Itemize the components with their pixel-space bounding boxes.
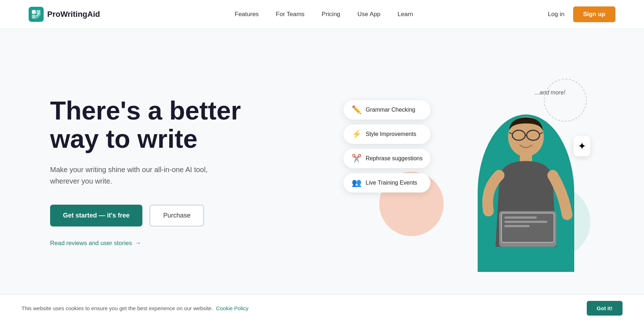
purchase-button[interactable]: Purchase <box>150 205 204 226</box>
hero-subtitle: Make your writing shine with our all-in-… <box>50 164 222 187</box>
nav-features[interactable]: Features <box>235 11 259 18</box>
hero-buttons: Get started — it's free Purchase <box>50 205 241 226</box>
and-more-label: ...and more! <box>535 89 565 96</box>
training-icon: 👥 <box>351 178 361 187</box>
review-link[interactable]: Read reviews and user stories → <box>50 239 241 247</box>
rephrase-icon: ✂️ <box>351 154 361 163</box>
login-link[interactable]: Log in <box>548 11 564 18</box>
cookie-text: This website uses cookies to ensure you … <box>21 305 249 311</box>
svg-rect-9 <box>504 221 547 223</box>
pill-rephrase: ✂️ Rephrase suggestions <box>343 149 430 168</box>
svg-rect-8 <box>504 216 537 219</box>
nav-right: Log in Sign up <box>548 6 615 22</box>
get-started-button[interactable]: Get started — it's free <box>50 205 142 226</box>
arrow-right-icon: → <box>135 239 141 247</box>
brand-name: ProWritingAid <box>47 10 100 19</box>
logo-icon <box>29 7 44 22</box>
signup-button[interactable]: Sign up <box>573 6 615 22</box>
svg-rect-1 <box>36 10 40 14</box>
hero-section: There's a better way to write Make your … <box>0 29 644 308</box>
pill-style: ⚡ Style Improvements <box>343 125 430 144</box>
cookie-accept-button[interactable]: Got it! <box>587 301 623 316</box>
review-link-text: Read reviews and user stories <box>50 240 132 247</box>
nav-use-app[interactable]: Use App <box>357 11 380 18</box>
hero-illustration: ...and more! ✦ <box>343 72 594 272</box>
hero-left: There's a better way to write Make your … <box>50 97 241 247</box>
style-icon: ⚡ <box>351 130 361 139</box>
cookie-policy-link[interactable]: Cookie Policy <box>216 305 249 311</box>
nav-for-teams[interactable]: For Teams <box>276 11 304 18</box>
cookie-bar: This website uses cookies to ensure you … <box>0 294 644 322</box>
nav-links: Features For Teams Pricing Use App Learn <box>235 11 413 18</box>
sparkle-icon: ✦ <box>578 140 586 152</box>
pill-training: 👥 Live Training Events <box>343 173 430 192</box>
svg-rect-0 <box>32 10 36 14</box>
grammar-icon: ✏️ <box>351 105 361 114</box>
pill-style-label: Style Improvements <box>366 131 416 137</box>
pill-grammar-label: Grammar Checking <box>366 107 415 113</box>
nav-pricing[interactable]: Pricing <box>322 11 340 18</box>
hero-title: There's a better way to write <box>50 97 241 153</box>
svg-rect-10 <box>504 225 530 227</box>
pill-grammar: ✏️ Grammar Checking <box>343 100 430 119</box>
pill-training-label: Live Training Events <box>366 180 417 186</box>
sparkle-badge: ✦ <box>574 136 590 156</box>
nav-learn[interactable]: Learn <box>397 11 413 18</box>
feature-pills: ✏️ Grammar Checking ⚡ Style Improvements… <box>343 100 430 192</box>
svg-rect-2 <box>32 15 36 19</box>
logo-link[interactable]: ProWritingAid <box>29 7 100 22</box>
pill-rephrase-label: Rephrase suggestions <box>366 155 423 162</box>
navbar: ProWritingAid Features For Teams Pricing… <box>0 0 644 29</box>
